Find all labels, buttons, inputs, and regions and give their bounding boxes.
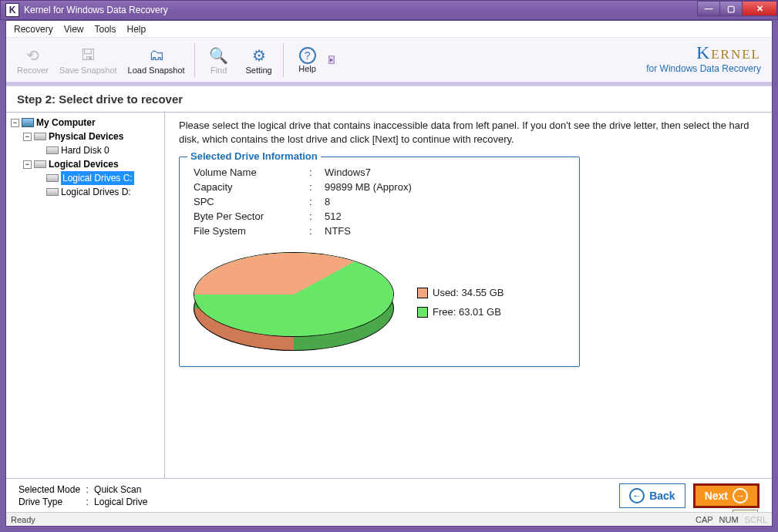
status-bar: Ready CAP NUM SCRL [6,512,772,526]
menu-recovery[interactable]: Recovery [14,24,53,35]
recover-icon: ⟲ [22,45,42,66]
drive-icon [46,174,59,182]
setting-button[interactable]: ⚙ Setting [240,40,278,80]
minimize-button[interactable]: — [697,1,720,16]
status-cap: CAP [695,515,713,524]
window-title: Kernel for Windows Data Recovery [24,5,698,15]
drive-icon [34,133,46,140]
recover-label: Recover [17,66,49,75]
tree-logical-devices[interactable]: − Logical Devices [22,157,163,171]
drive-icon [34,160,46,168]
back-arrow-icon: ← [629,488,645,503]
tree-physical-devices[interactable]: − Physical Devices [22,130,163,143]
menu-tools[interactable]: Tools [94,24,116,35]
status-scrl: SCRL [745,515,767,524]
drive-icon [46,188,59,196]
tree-logical-drive-d[interactable]: Logical Drives D: [34,185,163,199]
app-icon: K [5,3,19,17]
detail-panel: Please select the logical drive that con… [165,111,772,478]
menu-bar: Recovery View Tools Help [6,21,772,38]
next-button[interactable]: Next → [693,483,759,508]
free-swatch-icon [417,307,428,318]
main-area: − My Computer − Physical Devices [6,111,772,478]
volume-name-value: Windows7 [325,167,565,178]
volume-name-label: Volume Name [194,167,309,178]
tree-hard-disk-0[interactable]: Hard Disk 0 [34,143,163,157]
close-button[interactable]: ✕ [742,1,777,16]
capacity-label: Capacity [194,181,309,193]
computer-icon [22,118,34,127]
free-legend: Free: 63.01 GB [433,306,501,318]
recover-button[interactable]: ⟲ Recover [12,40,53,80]
pie-chart [194,252,394,352]
collapse-icon[interactable]: − [23,133,32,141]
drive-icon [46,146,59,154]
load-snapshot-label: Load Snapshot [128,66,185,75]
footer-bar: Selected Mode : Quick Scan Drive Type : … [6,478,772,512]
groupbox-legend: Selected Drive Information [187,150,321,162]
next-arrow-icon: → [733,488,748,503]
menu-help[interactable]: Help [127,24,147,35]
maximize-button[interactable]: ▢ [719,1,743,16]
step-heading: Step 2: Select drive to recover [6,86,772,113]
used-swatch-icon [417,288,428,298]
spc-label: SPC [194,196,309,207]
find-label: Find [210,66,227,75]
save-snapshot-icon: 🖫 [78,45,98,66]
usage-chart: Used: 34.55 GB Free: 63.01 GB [194,252,565,352]
find-button[interactable]: 🔍 Find [200,40,238,80]
instruction-text: Please select the logical drive that con… [179,119,758,146]
find-icon: 🔍 [209,45,229,66]
help-label: Help [298,64,316,73]
load-snapshot-icon: 🗂 [147,45,167,66]
help-icon: ? [299,47,316,64]
setting-label: Setting [245,66,271,75]
save-snapshot-label: Save Snapshot [59,66,117,75]
chart-legend: Used: 34.55 GB Free: 63.01 GB [417,279,504,325]
help-button[interactable]: ? Help [288,40,327,80]
bps-value: 512 [325,210,565,222]
footer-meta: Selected Mode : Quick Scan Drive Type : … [19,484,147,507]
gear-icon: ⚙ [249,45,269,66]
tree-root[interactable]: − My Computer [9,116,163,130]
title-bar: K Kernel for Windows Data Recovery — ▢ ✕ [0,0,778,20]
fs-value: NTFS [325,225,565,237]
collapse-icon[interactable]: − [11,119,19,127]
brand-logo: Kernel for Windows Data Recovery [646,42,761,74]
toolbar: ⟲ Recover 🖫 Save Snapshot 🗂 Load Snapsho… [6,38,772,82]
spc-value: 8 [325,196,565,207]
device-tree[interactable]: − My Computer − Physical Devices [6,111,165,478]
menu-view[interactable]: View [64,24,84,35]
status-num: NUM [719,515,739,524]
bps-label: Byte Per Sector [194,210,309,222]
client-area: Recovery View Tools Help ⟲ Recover 🖫 Sav… [5,20,773,527]
used-legend: Used: 34.55 GB [433,287,504,298]
selected-drive-groupbox: Selected Drive Information Volume Name:W… [179,157,580,367]
toolbar-gripper[interactable]: ▸ [328,56,335,64]
fs-label: File System [194,225,309,237]
type-value: Logical Drive [94,497,147,507]
load-snapshot-button[interactable]: 🗂 Load Snapshot [123,40,190,80]
back-button[interactable]: ← Back [619,483,685,508]
status-ready: Ready [11,515,35,524]
mode-value: Quick Scan [94,484,147,495]
collapse-icon[interactable]: − [23,160,32,169]
mode-label: Selected Mode [19,484,80,495]
type-label: Drive Type [19,497,80,507]
toolbar-separator-2 [283,43,284,77]
capacity-value: 99899 MB (Approx) [325,181,565,193]
tree-logical-drive-c[interactable]: Logical Drives C: [34,171,163,185]
toolbar-separator [194,43,195,77]
save-snapshot-button[interactable]: 🖫 Save Snapshot [55,40,122,80]
brand-subtitle: for Windows Data Recovery [646,63,761,74]
